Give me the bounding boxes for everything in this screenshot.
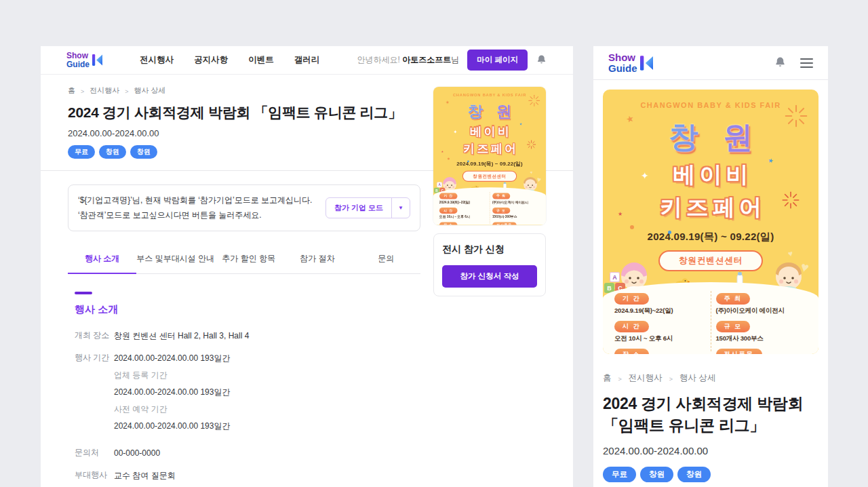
apply-title: 전시 참가 신청 [442,244,537,256]
breadcrumb-detail: 행사 상세 [679,372,715,384]
poster-info-label: 장 소 [439,222,457,225]
showguide-logo[interactable]: Show Guide [608,52,653,73]
poster-info-label: 주 최 [716,293,751,305]
poster-venue-pill: 창원컨벤션센터 [462,171,517,182]
user-greeting: 안녕하세요! 아토즈소프트님 [357,54,460,66]
breadcrumb: 홈 전시행사 행사 상세 [603,372,818,384]
tab-intro[interactable]: 행사 소개 [68,246,136,274]
breadcrumb-exhibitions[interactable]: 전시행사 [629,372,663,384]
logo-show-text: Show [608,52,637,62]
hamburger-menu-icon[interactable] [800,58,813,68]
event-tags: 무료 창원 창원 [603,467,818,482]
poster-venue-pill: 창원컨벤션센터 [658,250,764,271]
firework-icon [785,104,808,128]
poster-info-label: 시 간 [614,321,649,332]
poster-info-label: 규 모 [492,208,510,214]
header-right: 안녕하세요! 아토즈소프트님 마이 페이지 [357,50,547,71]
tab-discount[interactable]: 추가 할인 항목 [214,246,283,273]
poster: CHANGWON BABY & KIDS FAIR 창 원 베이비 키즈페어 2… [433,87,546,225]
desktop-view: Show Guide 전시행사 공지사항 이벤트 갤러리 안녕하세요! 아토즈소… [41,46,573,487]
mode-split-button[interactable]: 참가 기업 모드 [326,197,410,218]
tag-free: 무료 [603,467,636,482]
poster-info-label: 장 소 [614,349,649,354]
breadcrumb-separator [125,87,128,95]
tab-procedure[interactable]: 참가 절차 [283,246,351,273]
mobile-view: Show Guide CHANGWON BABY & KIDS FAIR 창 원… [593,46,828,487]
chevron-down-icon[interactable] [392,198,410,218]
breadcrumb-home[interactable]: 홈 [603,372,612,384]
apply-form-button[interactable]: 참가 신청서 작성 [442,265,537,288]
nav-item-notices[interactable]: 공지사항 [194,54,228,66]
desktop-body: 홈 전시행사 행사 상세 2024 경기 사회적경제 박람회 「임팩트 유니콘 … [41,75,573,487]
poster-info-label: 시 간 [439,208,457,214]
logo-guide-text: Guide [608,63,637,73]
detail-row-subevent: 부대행사 교수 참여 질문회 [75,469,420,482]
logo-k-icon [92,54,102,66]
apply-card: 전시 참가 신청 참가 신청서 작성 [433,233,546,296]
detail-row-period: 행사 기간 2024.00.00-2024.00.00 193일간 업체 등록 … [75,352,420,437]
page-title: 2024 경기 사회적경제 박람회 「임팩트 유니콘 리그」 [603,393,818,436]
tag-region: 창원 [99,145,126,159]
mobile-body: CHANGWON BABY & KIDS FAIR 창 원 베이비 키즈페어 2… [593,90,828,482]
tag-region: 창원 [677,467,711,482]
firework-icon [528,94,540,106]
breadcrumb-home[interactable]: 홈 [68,85,75,96]
breadcrumb-separator [81,87,84,95]
logo-show-text: Show [66,52,90,60]
poster-dates: 2024.09.19(목) ~ 09.22(일) [433,161,546,168]
logo-guide-text: Guide [66,60,90,69]
mypage-button[interactable]: 마이 페이지 [467,50,528,71]
event-date-range: 2024.00.00-2024.00.00 [603,445,818,456]
poster-title-2: 베이비 [603,160,818,191]
poster-info-label: 기 간 [614,293,649,305]
detail-row-contact: 문의처 00-000-0000 [75,447,420,459]
event-details: 개최 장소 창원 컨벤션 센터 Hall 2, Hall 3, Hall 4 행… [68,330,420,487]
tag-region: 창원 [130,145,157,159]
section-title: 행사 소개 [75,303,420,316]
dot-decoration [448,157,450,159]
firework-icon [527,140,536,149]
poster-info-panel: 기 간2024.9.19(목)~22(일) 시 간오전 10시 ~ 오후 6시 … [603,282,818,354]
right-sidebar: CHANGWON BABY & KIDS FAIR 창 원 베이비 키즈페어 2… [433,87,546,296]
event-poster-thumbnail[interactable]: CHANGWON BABY & KIDS FAIR 창 원 베이비 키즈페어 2… [433,87,546,225]
poster-info-label: 기 간 [439,193,457,199]
firework-icon [782,191,800,209]
main-content: ‘${기업고객명}’님, 현재 박람회를 ‘참가기업’모드로 보고계십니다. ‘… [41,171,420,487]
poster-title-2: 베이비 [433,123,546,139]
intro-section: 행사 소개 [68,292,420,316]
tag-region: 창원 [640,467,673,482]
tag-free: 무료 [68,145,95,159]
mode-button-label[interactable]: 참가 기업 모드 [326,198,392,218]
tab-booth[interactable]: 부스 및부대시설 안내 [136,246,214,273]
poster-info-label: 주 최 [492,193,510,199]
event-poster[interactable]: CHANGWON BABY & KIDS FAIR 창 원 베이비 키즈페어 2… [603,90,818,354]
dot-decoration [630,225,634,229]
view-mode-notice: ‘${기업고객명}’님, 현재 박람회를 ‘참가기업’모드로 보고계십니다. ‘… [68,184,420,231]
desktop-header: Show Guide 전시행사 공지사항 이벤트 갤러리 안녕하세요! 아토즈소… [41,46,573,75]
poster-info-panel: 기 간2024.9.19(목)~22(일) 시 간오전 10시 ~ 오후 6시 … [433,187,546,225]
breadcrumb-exhibitions[interactable]: 전시행사 [90,85,119,96]
showguide-logo[interactable]: Show Guide [66,52,102,68]
user-name: 아토즈소프트 [402,55,451,64]
notification-bell-icon[interactable] [536,54,547,66]
tab-inquiry[interactable]: 문의 [352,246,420,273]
poster-info-label: 전시품목 [492,222,516,225]
poster-info-label: 전시품목 [716,349,762,354]
breadcrumb-detail: 행사 상세 [134,85,166,96]
main-nav: 전시행사 공지사항 이벤트 갤러리 [102,54,357,66]
breadcrumb-separator [669,374,673,383]
poster-info-label: 규 모 [716,321,751,332]
mobile-header: Show Guide [593,46,828,80]
poster-dates: 2024.09.19(목) ~ 09.22(일) [603,231,818,244]
section-accent-bar [75,292,92,294]
nav-item-events[interactable]: 이벤트 [248,54,274,66]
detail-row-venue: 개최 장소 창원 컨벤션 센터 Hall 2, Hall 3, Hall 4 [75,330,420,342]
notice-text: ‘${기업고객명}’님, 현재 박람회를 ‘참가기업’모드로 보고계십니다. ‘… [78,193,319,222]
nav-item-exhibitions[interactable]: 전시행사 [140,54,174,66]
detail-tabs: 행사 소개 부스 및부대시설 안내 추가 할인 항목 참가 절차 문의 [68,246,420,274]
notification-bell-icon[interactable] [774,56,787,69]
nav-item-gallery[interactable]: 갤러리 [294,54,320,66]
logo-k-icon [640,55,653,71]
breadcrumb-separator [618,374,622,383]
